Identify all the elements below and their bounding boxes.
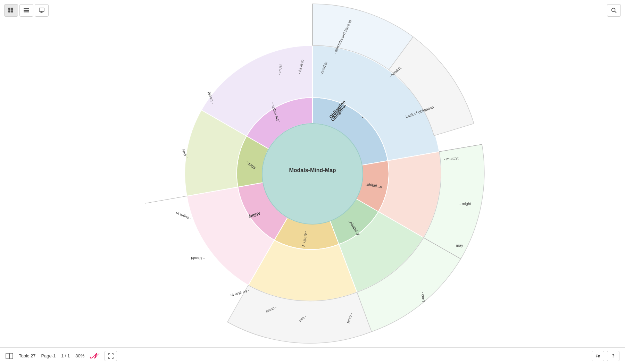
bottom-bar: Topic 27 Page-1 1 / 1 80% 𝒩 Fn ? — [0, 347, 625, 364]
center-label: Modals-Mind-Map — [289, 167, 336, 173]
page-label: Page-1 — [41, 353, 56, 358]
may-text: - may — [453, 243, 463, 247]
svg-rect-13 — [6, 353, 9, 359]
help-label: ? — [612, 353, 615, 358]
topic-text: Topic 27 — [19, 353, 35, 358]
page-separator — [58, 353, 59, 358]
brand-icon: 𝒩 — [90, 352, 96, 361]
might-text: - might — [459, 202, 471, 206]
brand-logo: 𝒩 — [90, 352, 96, 361]
book-icon — [6, 353, 13, 359]
fn-button[interactable]: Fn — [592, 351, 604, 361]
zoom-level: 80% — [75, 353, 84, 358]
should-text: - should — [191, 256, 205, 261]
svg-rect-14 — [10, 353, 13, 359]
page-numbers: 1 / 1 — [61, 353, 70, 358]
mindmap-canvas: Obligation Obligation — [0, 0, 625, 347]
ought-to-text: - ought to — [175, 211, 192, 221]
divider-left — [145, 196, 187, 203]
center-circle[interactable] — [262, 124, 363, 224]
help-button[interactable]: ? — [607, 351, 619, 361]
fn-label: Fn — [595, 354, 600, 358]
fullscreen-button[interactable] — [105, 351, 117, 361]
topic-label: Topic 27 — [19, 353, 35, 358]
zoom-text: 80% — [75, 353, 84, 358]
page-info: Page-1 1 / 1 — [41, 353, 70, 358]
bottom-right-actions: Fn ? — [592, 351, 619, 361]
book-icon-item — [6, 353, 13, 359]
